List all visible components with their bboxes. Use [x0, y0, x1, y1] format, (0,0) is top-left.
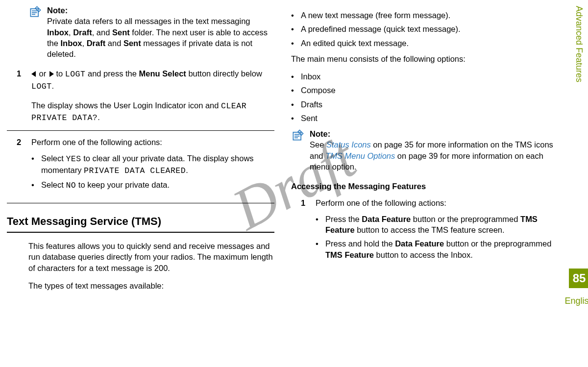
right-column: •A new text message (free form message).… — [291, 5, 559, 362]
step-1: 1 or to LOGT and press the Menu Select b… — [17, 68, 274, 123]
section-label: Advanced Features — [573, 6, 585, 82]
code-yes: YES — [66, 154, 81, 164]
bullet-item: •Compose — [291, 85, 559, 96]
section-heading-tms: Text Messaging Service (TMS) — [7, 214, 274, 233]
step-lead: Perform one of the following actions: — [316, 197, 559, 208]
code-logt-2: LOGT — [31, 82, 52, 91]
bullet-list: •Press the Data Feature button or the pr… — [316, 214, 559, 260]
step-number: 1 — [301, 197, 309, 265]
bullet-list: •Select YES to clear all your private da… — [31, 153, 274, 192]
bullet-item: •Press and hold the Data Feature button … — [316, 238, 559, 260]
step-number: 2 — [17, 137, 24, 196]
paragraph: This features allows you to quickly send… — [28, 241, 274, 273]
document-page: Draft Note: Private data refers to all m… — [0, 0, 588, 367]
code-no: NO — [66, 181, 76, 190]
bullet-item: •Inbox — [291, 71, 559, 82]
code-private-cleared: PRIVATE DATA CLEARED — [84, 166, 186, 175]
link-status-icons[interactable]: Status Icons — [326, 140, 371, 149]
divider — [7, 130, 274, 131]
left-arrow-icon — [31, 71, 36, 77]
bullet-item: •Sent — [291, 113, 559, 123]
step-1-right: 1 Perform one of the following actions: … — [301, 197, 559, 265]
bullet-item: •A new text message (free form message). — [291, 10, 559, 21]
bullet-item: •A predefined message (quick text messag… — [291, 24, 559, 34]
divider — [7, 203, 274, 203]
page-number: 85 — [569, 269, 588, 288]
bullet-item: •An edited quick text message. — [291, 38, 559, 49]
note-block: Note: Private data refers to all message… — [28, 5, 274, 59]
note-text: Private data refers to all messages in t… — [47, 16, 274, 59]
link-tms-menu-options[interactable]: TMS Menu Options — [325, 151, 395, 160]
two-column-layout: Note: Private data refers to all message… — [7, 5, 559, 362]
code-logt: LOGT — [65, 70, 86, 79]
note-title: Note: — [47, 6, 68, 15]
step-body: Perform one of the following actions: •S… — [31, 137, 274, 196]
left-column: Note: Private data refers to all message… — [7, 5, 274, 362]
bullet-item: •Press the Data Feature button or the pr… — [316, 214, 559, 236]
language-label: English — [564, 295, 588, 307]
bullet-list: •Inbox •Compose •Drafts •Sent — [291, 71, 559, 123]
step-lead: Perform one of the following actions: — [31, 137, 274, 147]
note-block: Note: See Status Icons on page 35 for mo… — [291, 128, 559, 172]
paragraph: The main menu consists of the following … — [291, 53, 559, 64]
subsection-heading: Accessing the Messaging Features — [291, 181, 559, 192]
paragraph: The types of text messages available: — [28, 280, 274, 291]
note-content: Note: Private data refers to all message… — [47, 5, 274, 59]
note-icon — [28, 5, 42, 19]
note-title: Note: — [310, 129, 330, 138]
note-content: Note: See Status Icons on page 35 for mo… — [310, 128, 559, 172]
section-body: This features allows you to quickly send… — [28, 241, 274, 291]
step-number: 1 — [17, 68, 24, 123]
bullet-item: •Drafts — [291, 99, 559, 110]
step-result: The display shows the User Login Indicat… — [31, 100, 274, 124]
step-2: 2 Perform one of the following actions: … — [17, 137, 274, 196]
note-text: See Status Icons on page 35 for more inf… — [310, 139, 559, 172]
note-icon — [291, 128, 305, 142]
side-tab: Advanced Features 85 English — [570, 0, 588, 307]
step-body: or to LOGT and press the Menu Select but… — [31, 68, 274, 123]
step-body: Perform one of the following actions: •P… — [316, 197, 559, 265]
bullet-item: •Select NO to keep your private data. — [31, 179, 274, 191]
right-arrow-icon — [49, 71, 54, 77]
bullet-item: •Select YES to clear all your private da… — [31, 153, 274, 177]
bullet-list: •A new text message (free form message).… — [291, 10, 559, 49]
